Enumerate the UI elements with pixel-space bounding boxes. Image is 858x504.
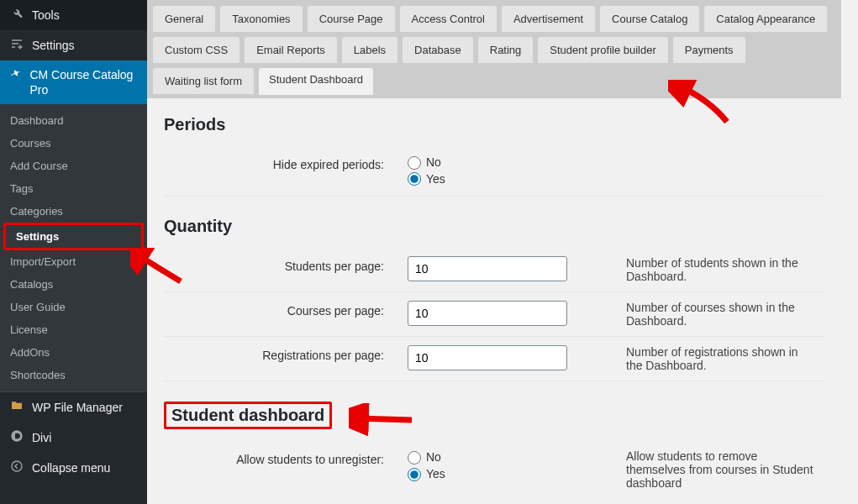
radio-no[interactable] — [408, 156, 421, 170]
radio-no[interactable] — [408, 451, 421, 465]
quantity-table: Students per page: Number of students sh… — [164, 248, 824, 381]
sidebar-item-tags[interactable]: Tags — [0, 177, 147, 200]
sidebar-item-shortcodes[interactable]: Shortcodes — [0, 364, 147, 386]
tab-student-dashboard[interactable]: Student Dashboard — [258, 67, 374, 95]
sidebar-label: Settings — [32, 39, 75, 52]
registrations-per-page-desc: Number of registrations shown in the Das… — [618, 337, 824, 381]
students-per-page-desc: Number of students shown in the Dashboar… — [618, 248, 824, 292]
sidebar-item-license[interactable]: License — [0, 318, 147, 341]
sidebar-item-addons[interactable]: AddOns — [0, 341, 147, 364]
courses-per-page-desc: Number of courses shown in the Dashboard… — [618, 292, 824, 337]
hide-expired-radios: No Yes — [408, 155, 609, 187]
section-title-quantity: Quantity — [164, 217, 824, 236]
sidebar-item-cm-course-catalog[interactable]: CM Course Catalog Pro — [0, 60, 147, 104]
sidebar-label: WP File Manager — [32, 401, 123, 414]
hide-expired-no[interactable]: No — [408, 155, 609, 171]
hide-expired-yes[interactable]: Yes — [408, 171, 609, 188]
tab-rating[interactable]: Rating — [477, 36, 534, 64]
sliders-icon — [8, 37, 25, 54]
admin-sidebar: Tools Settings CM Course Catalog Pro Das… — [0, 0, 147, 504]
sidebar-item-dashboard[interactable]: Dashboard — [0, 109, 147, 132]
sidebar-item-wp-file-manager[interactable]: WP File Manager — [0, 392, 147, 423]
tab-catalog-appearance[interactable]: Catalog Appearance — [703, 5, 828, 33]
tab-custom-css[interactable]: Custom CSS — [152, 36, 240, 64]
tab-student-profile-builder[interactable]: Student profile builder — [537, 36, 668, 64]
periods-table: Hide expired periods: No Yes — [164, 146, 824, 197]
tab-database[interactable]: Database — [402, 36, 474, 64]
sidebar-label: Collapse menu — [32, 461, 110, 475]
sidebar-item-courses[interactable]: Courses — [0, 132, 147, 155]
main-content: General Taxonomies Course Page Access Co… — [147, 0, 858, 504]
sidebar-label: Divi — [32, 431, 51, 444]
registrations-per-page-input[interactable] — [408, 345, 567, 370]
students-per-page-input[interactable] — [408, 256, 567, 281]
plugin-title: CM Course Catalog Pro — [29, 67, 139, 97]
tab-access-control[interactable]: Access Control — [399, 5, 497, 33]
radio-yes[interactable] — [408, 172, 421, 186]
pin-icon — [8, 67, 23, 86]
tab-advertisement[interactable]: Advertisement — [501, 5, 596, 33]
sidebar-item-settings-top[interactable]: Settings — [0, 30, 147, 60]
divi-icon — [8, 429, 25, 446]
tab-course-catalog[interactable]: Course Catalog — [599, 5, 700, 33]
tab-payments[interactable]: Payments — [672, 36, 746, 64]
tab-general[interactable]: General — [152, 5, 216, 33]
wrench-icon — [8, 7, 25, 24]
radio-yes[interactable] — [408, 468, 421, 481]
svg-point-1 — [12, 461, 22, 471]
tab-taxonomies[interactable]: Taxonomies — [219, 5, 303, 33]
settings-tabs: General Taxonomies Course Page Access Co… — [147, 0, 841, 98]
allow-unregister-label: Allow students to unregister: — [164, 441, 399, 498]
folder-icon — [8, 399, 25, 416]
sidebar-submenu: Dashboard Courses Add Course Tags Catego… — [0, 104, 147, 391]
collapse-icon — [8, 459, 25, 476]
sidebar-item-settings[interactable]: Settings — [3, 223, 144, 250]
allow-unregister-desc: Allow students to remove themselves from… — [618, 441, 824, 498]
tab-email-reports[interactable]: Email Reports — [244, 36, 338, 64]
allow-unregister-no[interactable]: No — [408, 449, 609, 466]
hide-expired-label: Hide expired periods: — [164, 146, 399, 197]
sidebar-item-tools[interactable]: Tools — [0, 0, 147, 30]
sidebar-item-import-export[interactable]: Import/Export — [0, 250, 147, 273]
sidebar-collapse-menu[interactable]: Collapse menu — [0, 453, 147, 483]
section-title-periods: Periods — [164, 115, 824, 134]
sidebar-bottom: WP File Manager Divi Collapse menu — [0, 391, 147, 483]
tab-waiting-list-form[interactable]: Waiting list form — [152, 67, 255, 95]
courses-per-page-input[interactable] — [408, 301, 567, 326]
registrations-per-page-label: Registrations per page: — [164, 337, 399, 381]
sidebar-item-catalogs[interactable]: Catalogs — [0, 273, 147, 296]
sidebar-item-categories[interactable]: Categories — [0, 200, 147, 223]
sidebar-item-divi[interactable]: Divi — [0, 423, 147, 453]
allow-unregister-yes[interactable]: Yes — [408, 466, 609, 483]
students-per-page-label: Students per page: — [164, 248, 399, 292]
allow-unregister-radios: No Yes — [408, 449, 609, 482]
courses-per-page-label: Courses per page: — [164, 292, 399, 337]
sidebar-label: Tools — [32, 8, 60, 22]
settings-body: Periods Hide expired periods: No Yes Qua… — [147, 98, 841, 498]
tab-course-page[interactable]: Course Page — [307, 5, 396, 33]
tab-labels[interactable]: Labels — [341, 36, 398, 64]
student-dashboard-table: Allow students to unregister: No Yes All… — [164, 441, 824, 498]
sidebar-item-user-guide[interactable]: User Guide — [0, 296, 147, 318]
sidebar-item-add-course[interactable]: Add Course — [0, 155, 147, 177]
section-title-student-dashboard: Student dashboard — [164, 402, 332, 429]
